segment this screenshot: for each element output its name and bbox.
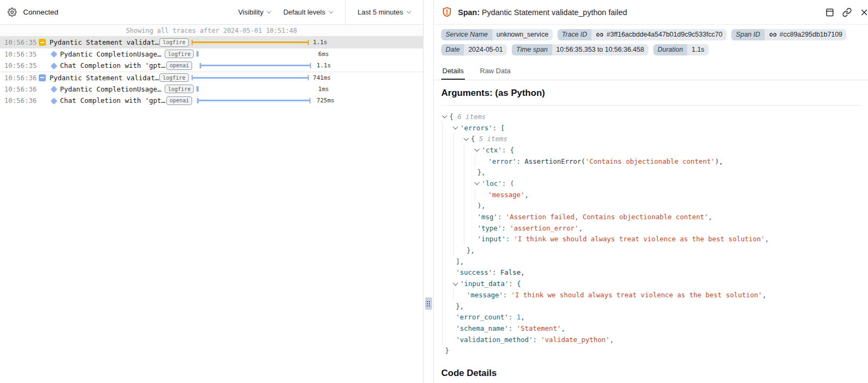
indent-guide bbox=[442, 200, 453, 212]
arguments-block: { 6 items'errors': [{ 5 items'ctx': {'er… bbox=[441, 105, 860, 356]
trace-row-label: Chat Completion with 'gpt-3.5-turbo' bbox=[60, 96, 167, 105]
link-icon bbox=[596, 31, 604, 39]
code-token-key: 'errors' bbox=[460, 124, 492, 132]
indent-guide bbox=[453, 245, 464, 256]
duration-bar-track bbox=[196, 85, 315, 93]
code-line: }, bbox=[442, 245, 860, 256]
trace-row-time: 10:56:35 bbox=[4, 38, 39, 46]
time-span-pill: Time span 10:56:35.353 to 10:56:36.458 bbox=[512, 44, 648, 55]
code-token-key: 'success' bbox=[456, 268, 492, 276]
code-line: 'schema_name': 'Statement', bbox=[442, 323, 860, 334]
code-token-key: 'loc' bbox=[482, 179, 502, 187]
code-token-punct: ], bbox=[456, 257, 464, 266]
trace-row[interactable]: 10:56:35Pydantic CompletionUsage validat… bbox=[0, 48, 423, 60]
duration-label: Duration bbox=[653, 44, 687, 55]
trace-row-time: 10:56:36 bbox=[4, 96, 39, 105]
shield-alert-icon bbox=[441, 6, 453, 18]
collapse-minus-icon[interactable] bbox=[39, 39, 46, 46]
trace-row[interactable]: 10:56:35Chat Completion with 'gpt-3.5-tu… bbox=[0, 60, 423, 72]
code-line: { 5 items bbox=[442, 133, 860, 144]
code-token-str: 'I think we should always treat violence… bbox=[514, 235, 765, 243]
indent-guide bbox=[442, 245, 453, 256]
indent-guide bbox=[442, 222, 453, 234]
collapse-chevron-icon[interactable] bbox=[442, 114, 449, 119]
trace-row-duration: 725ms bbox=[313, 97, 423, 104]
code-token-punct: , bbox=[765, 235, 769, 243]
panel-resize-handle[interactable] bbox=[425, 297, 432, 310]
service-name-label: Service Name bbox=[441, 29, 492, 40]
collapse-chevron-icon[interactable] bbox=[464, 136, 471, 142]
code-line: 'loc': ( bbox=[442, 178, 860, 189]
code-token-punct: }, bbox=[477, 168, 485, 176]
code-line: ], bbox=[442, 256, 860, 267]
code-line: 'msg': 'Assertion failed, Contains objec… bbox=[442, 211, 860, 222]
service-name-pill: Service Name unknown_service bbox=[441, 29, 553, 40]
code-token-key: 'message' bbox=[467, 291, 503, 299]
code-token-key: 'msg' bbox=[477, 213, 498, 221]
collapse-minus-icon[interactable] bbox=[39, 74, 46, 81]
code-token-punct: , bbox=[525, 191, 529, 199]
scope-badge: logfire bbox=[165, 50, 194, 58]
code-line: 'ctx': { bbox=[442, 144, 860, 156]
collapse-chevron-icon[interactable] bbox=[475, 147, 482, 152]
indent-guide bbox=[442, 311, 453, 323]
chevron-down-icon bbox=[406, 10, 411, 15]
indent-guide bbox=[442, 267, 453, 278]
collapse-chevron-icon[interactable] bbox=[475, 180, 482, 186]
code-token-punct: : { bbox=[502, 146, 514, 154]
code-token-punct: : { bbox=[509, 280, 521, 288]
date-pill: Date 2024-05-01 bbox=[441, 44, 507, 55]
collapse-chevron-icon[interactable] bbox=[453, 281, 460, 287]
indent-guide bbox=[442, 301, 453, 312]
indent-guide bbox=[453, 189, 464, 200]
indent-guide bbox=[442, 278, 453, 289]
indent-guide bbox=[442, 144, 453, 156]
trace-row-label: Pydantic CompletionUsage validate_python… bbox=[60, 50, 165, 58]
trace-row-label: Pydantic Statement validate_python faile… bbox=[50, 38, 159, 46]
collapse-chevron-icon[interactable] bbox=[453, 125, 460, 130]
indent-guide bbox=[442, 323, 453, 334]
indent-guide bbox=[453, 289, 464, 301]
code-line: 'validation_method': 'validate_python', bbox=[442, 334, 860, 345]
indent-guide bbox=[442, 166, 453, 178]
tab-raw-data[interactable]: Raw Data bbox=[479, 64, 512, 80]
trace-row[interactable]: 10:56:35Pydantic Statement validate_pyth… bbox=[0, 37, 423, 48]
duration-bar bbox=[196, 51, 199, 57]
link-icon bbox=[769, 31, 777, 39]
indent-guide bbox=[464, 234, 475, 245]
duration-bar bbox=[200, 65, 311, 66]
code-token-punct: }, bbox=[456, 302, 464, 310]
span-id-pill[interactable]: Span ID #cc89a295db1b7109 bbox=[731, 29, 846, 40]
span-header: Span: Pydantic Statement validate_python… bbox=[434, 0, 868, 25]
indent-guide bbox=[453, 178, 464, 189]
code-details-heading: Code Details bbox=[441, 368, 860, 379]
indent-guide bbox=[442, 178, 453, 189]
time-range-dropdown[interactable]: Last 5 minutes bbox=[345, 0, 423, 24]
panel-layout-icon[interactable] bbox=[825, 8, 835, 17]
trace-row[interactable]: 10:56:36Pydantic CompletionUsage validat… bbox=[0, 83, 423, 95]
date-value: 2024-05-01 bbox=[464, 44, 507, 55]
visibility-dropdown[interactable]: Visibility bbox=[238, 8, 272, 16]
span-detail-panel: Span: Pydantic Statement validate_python… bbox=[433, 0, 868, 383]
trace-id-pill[interactable]: Trace ID #3ff16acbdde4a547b01d9c9c533fcc… bbox=[558, 29, 726, 40]
tab-details[interactable]: Details bbox=[441, 64, 465, 80]
indent-guide bbox=[464, 211, 475, 222]
scope-badge: openai bbox=[166, 61, 192, 70]
settings-gear-icon[interactable] bbox=[8, 8, 17, 17]
span-diamond-icon bbox=[51, 98, 57, 104]
code-token-punct: } bbox=[445, 346, 449, 354]
time-span-label: Time span bbox=[512, 44, 552, 55]
trace-row-duration: 6ms bbox=[315, 51, 423, 58]
code-token-plain: AssertionError( bbox=[525, 157, 585, 165]
trace-row[interactable]: 10:56:36Pydantic Statement validate_pyth… bbox=[0, 72, 423, 83]
trace-row-time: 10:56:36 bbox=[4, 85, 39, 93]
scope-badge: openai bbox=[166, 96, 192, 105]
code-line: }, bbox=[442, 166, 860, 178]
copy-link-icon[interactable] bbox=[842, 8, 852, 17]
code-token-num: 1 bbox=[517, 313, 521, 321]
trace-row[interactable]: 10:56:36Chat Completion with 'gpt-3.5-tu… bbox=[0, 95, 423, 107]
close-icon[interactable] bbox=[859, 8, 868, 17]
default-levels-dropdown[interactable]: Default levels bbox=[283, 8, 333, 16]
indent-guide bbox=[464, 189, 475, 200]
indent-guide bbox=[475, 189, 485, 200]
